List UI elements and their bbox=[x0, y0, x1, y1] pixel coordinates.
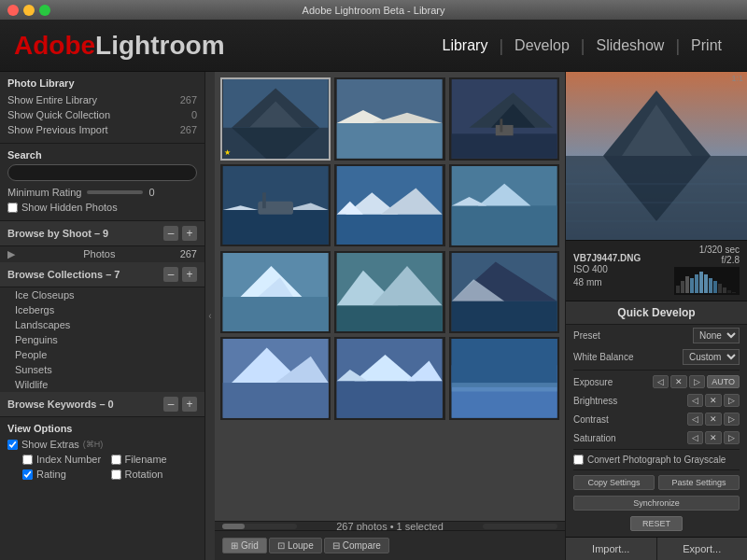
brightness-row: Brightness ◁ ✕ ▷ bbox=[566, 391, 747, 410]
photo-thumb[interactable] bbox=[334, 164, 444, 247]
brightness-left-button[interactable]: ◁ bbox=[687, 394, 703, 407]
browse-collections-header[interactable]: Browse Collections – 7 – + bbox=[0, 262, 204, 287]
photo-thumb[interactable] bbox=[449, 337, 559, 420]
nav-library[interactable]: Library bbox=[430, 37, 499, 54]
show-previous-import-row[interactable]: Show Previous Import 267 bbox=[7, 122, 197, 137]
photo-details-left: VB7J9447.DNG ISO 400 48 mm bbox=[573, 253, 641, 289]
keywords-minus-button[interactable]: – bbox=[163, 397, 178, 412]
rating-slider[interactable] bbox=[87, 190, 143, 194]
nav-slideshow[interactable]: Slideshow bbox=[585, 37, 675, 54]
browse-shoot-header[interactable]: Browse by Shoot – 9 – + bbox=[0, 221, 204, 246]
photo-thumb[interactable] bbox=[220, 164, 331, 247]
minimize-button[interactable] bbox=[23, 5, 35, 16]
exposure-control: ◁ ✕ ▷ AUTO bbox=[653, 375, 740, 388]
convert-grayscale-checkbox[interactable] bbox=[573, 455, 584, 465]
white-balance-select[interactable]: Custom bbox=[683, 349, 740, 365]
svg-rect-27 bbox=[451, 205, 557, 245]
contrast-right-button[interactable]: ▷ bbox=[724, 413, 740, 426]
rotation-checkbox[interactable] bbox=[111, 469, 121, 480]
browse-keywords-header[interactable]: Browse Keywords – 0 – + bbox=[0, 392, 204, 417]
filmstrip-info-bar: 267 photos • 1 selected bbox=[215, 521, 565, 530]
exposure-left-button[interactable]: ◁ bbox=[653, 375, 669, 388]
maximize-button[interactable] bbox=[39, 5, 50, 16]
scroll-bar-right[interactable] bbox=[483, 524, 557, 529]
photo-thumb[interactable] bbox=[449, 251, 559, 334]
show-extras-checkbox[interactable] bbox=[7, 440, 18, 450]
show-entire-label: Show Entire Library bbox=[7, 94, 97, 105]
index-number-checkbox[interactable] bbox=[22, 455, 33, 465]
header: AdobeLightroom Library | Develop | Slide… bbox=[0, 21, 747, 72]
photo-thumb[interactable] bbox=[220, 251, 331, 334]
nav-print[interactable]: Print bbox=[680, 37, 733, 54]
preset-select[interactable]: None bbox=[693, 328, 740, 343]
synchronize-button[interactable]: Synchronize bbox=[573, 496, 740, 511]
rating-row: Minimum Rating 0 bbox=[7, 185, 197, 200]
paste-settings-button[interactable]: Paste Settings bbox=[658, 475, 740, 490]
reset-button[interactable]: RESET bbox=[630, 516, 683, 531]
collection-item[interactable]: Landscapes bbox=[0, 317, 204, 332]
photo-library-title: Photo Library bbox=[7, 77, 197, 89]
saturation-x-button[interactable]: ✕ bbox=[705, 431, 722, 444]
show-quick-label: Show Quick Collection bbox=[7, 109, 110, 120]
contrast-x-button[interactable]: ✕ bbox=[705, 413, 722, 426]
view-buttons: ⊞ Grid ⊡ Loupe ⊟ Compare bbox=[222, 538, 389, 553]
brightness-x-button[interactable]: ✕ bbox=[705, 394, 722, 407]
collection-item[interactable]: Penguins bbox=[0, 332, 204, 347]
brightness-control: ◁ ✕ ▷ bbox=[687, 394, 740, 407]
collections-minus-button[interactable]: – bbox=[163, 267, 178, 282]
export-button[interactable]: Export... bbox=[657, 538, 748, 560]
keywords-plus-button[interactable]: + bbox=[182, 397, 197, 412]
collection-item[interactable]: Wildlife bbox=[0, 377, 204, 392]
collections-plus-button[interactable]: + bbox=[182, 267, 197, 282]
close-button[interactable] bbox=[7, 5, 19, 16]
contrast-row: Contrast ◁ ✕ ▷ bbox=[566, 410, 747, 428]
scroll-bar[interactable] bbox=[222, 524, 297, 529]
photos-item[interactable]: ▶ Photos 267 bbox=[0, 246, 204, 262]
copy-paste-row: Copy Settings Paste Settings bbox=[566, 472, 747, 493]
svg-rect-47 bbox=[337, 381, 443, 418]
photo-thumb[interactable] bbox=[334, 337, 444, 420]
nav-develop[interactable]: Develop bbox=[503, 37, 581, 54]
saturation-right-button[interactable]: ▷ bbox=[724, 431, 740, 444]
exposure-auto-button[interactable]: AUTO bbox=[707, 375, 740, 388]
import-button[interactable]: Import... bbox=[566, 538, 657, 560]
shoot-minus-button[interactable]: – bbox=[163, 226, 178, 241]
quick-develop-title: Quick Develop bbox=[566, 301, 747, 325]
collection-item[interactable]: Ice Closeups bbox=[0, 287, 204, 302]
brightness-right-button[interactable]: ▷ bbox=[724, 394, 740, 407]
filename-checkbox[interactable] bbox=[111, 455, 121, 465]
show-quick-collection-row[interactable]: Show Quick Collection 0 bbox=[7, 107, 197, 122]
saturation-left-button[interactable]: ◁ bbox=[687, 431, 703, 444]
collection-item[interactable]: Icebergs bbox=[0, 302, 204, 317]
svg-rect-53 bbox=[451, 339, 557, 387]
show-entire-library-row[interactable]: Show Entire Library 267 bbox=[7, 92, 197, 107]
photos-arrow: ▶ bbox=[7, 248, 15, 260]
view-compare-button[interactable]: ⊟ Compare bbox=[324, 538, 389, 553]
view-options-title: View Options bbox=[7, 423, 197, 434]
left-panel-toggle[interactable]: ‹ bbox=[205, 72, 215, 560]
collection-item[interactable]: Sunsets bbox=[0, 362, 204, 377]
view-grid-button[interactable]: ⊞ Grid bbox=[222, 538, 267, 553]
logo-adobe: Adobe bbox=[14, 31, 95, 60]
exposure-right-button[interactable]: ▷ bbox=[689, 375, 705, 388]
search-input[interactable] bbox=[7, 164, 197, 181]
photo-thumb[interactable] bbox=[334, 251, 444, 334]
photo-thumb[interactable] bbox=[449, 77, 559, 161]
svg-rect-72 bbox=[713, 281, 717, 293]
photo-thumb[interactable]: ★ bbox=[220, 77, 331, 161]
contrast-left-button[interactable]: ◁ bbox=[687, 413, 703, 426]
photo-thumb[interactable] bbox=[334, 77, 444, 161]
photo-thumb[interactable] bbox=[449, 164, 559, 247]
saturation-label: Saturation bbox=[573, 433, 639, 443]
view-loupe-button[interactable]: ⊡ Loupe bbox=[269, 538, 322, 553]
collection-item[interactable]: People bbox=[0, 347, 204, 362]
copy-settings-button[interactable]: Copy Settings bbox=[573, 475, 655, 490]
exposure-x-button[interactable]: ✕ bbox=[670, 375, 687, 388]
show-previous-label: Show Previous Import bbox=[7, 124, 108, 135]
svg-rect-13 bbox=[495, 125, 513, 135]
shoot-plus-button[interactable]: + bbox=[182, 226, 197, 241]
hidden-photos-row: Show Hidden Photos bbox=[7, 200, 197, 215]
rating-checkbox[interactable] bbox=[22, 469, 33, 480]
show-hidden-checkbox[interactable] bbox=[7, 203, 18, 213]
photo-thumb[interactable] bbox=[220, 337, 331, 420]
